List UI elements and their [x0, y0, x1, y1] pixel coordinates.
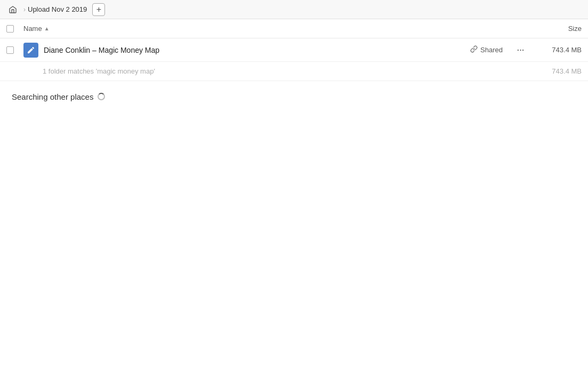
sub-item-size: 743.4 MB	[539, 67, 582, 75]
file-checkbox[interactable]	[6, 46, 17, 54]
row-checkbox-box[interactable]	[6, 46, 14, 54]
shared-indicator: Shared	[470, 45, 503, 54]
checkbox-box[interactable]	[6, 25, 14, 33]
name-column-header[interactable]: Name ▲	[23, 25, 528, 33]
document-icon	[23, 43, 38, 58]
file-size-label: 743.4 MB	[539, 46, 582, 54]
sort-arrow-icon: ▲	[44, 26, 50, 31]
home-button[interactable]	[6, 3, 19, 16]
loading-spinner	[98, 93, 105, 100]
select-all-checkbox[interactable]	[6, 25, 17, 33]
link-icon	[470, 45, 478, 54]
sub-item-row: 1 folder matches 'magic money map' 743.4…	[0, 62, 588, 81]
file-row[interactable]: Diane Conklin – Magic Money Map Shared ·…	[0, 38, 588, 62]
name-label: Name	[23, 25, 42, 33]
size-column-header[interactable]: Size	[528, 25, 582, 33]
top-bar: › Upload Nov 2 2019 +	[0, 0, 588, 19]
breadcrumb-separator: ›	[23, 6, 26, 13]
searching-row: Searching other places	[0, 81, 588, 108]
add-button[interactable]: +	[92, 3, 105, 16]
breadcrumb-label: Upload Nov 2 2019	[28, 5, 87, 13]
searching-label: Searching other places	[12, 92, 93, 101]
no-folder-matches-text: 1 folder matches 'magic money map'	[43, 67, 539, 75]
file-name-label: Diane Conklin – Magic Money Map	[44, 46, 470, 54]
column-header-row: Name ▲ Size	[0, 19, 588, 38]
more-options-button[interactable]: ···	[513, 43, 528, 58]
shared-label: Shared	[480, 46, 503, 54]
